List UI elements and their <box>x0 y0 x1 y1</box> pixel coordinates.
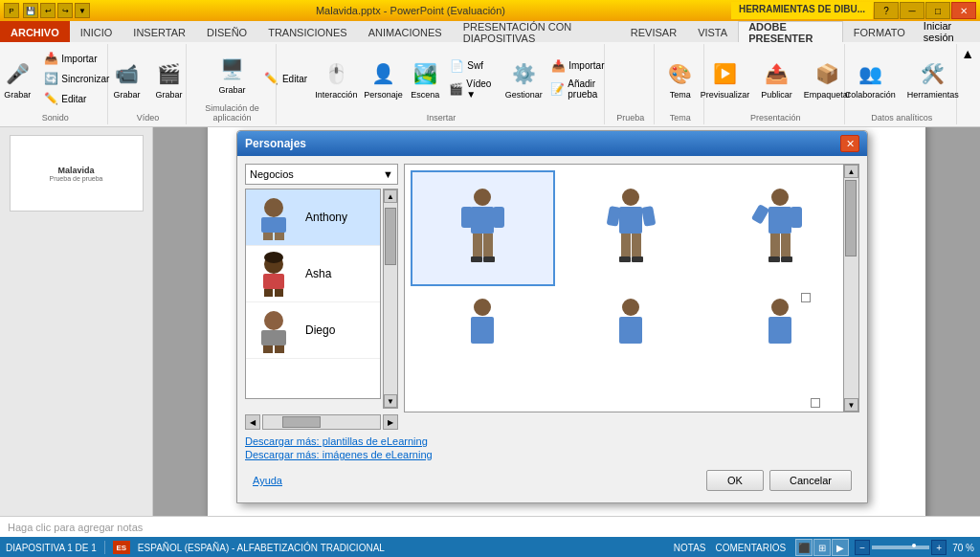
tab-presentacion[interactable]: PRESENTACIÓN CON DIAPOSITIVAS <box>453 21 620 42</box>
btn-interaccion[interactable]: 🖱️ Interacción <box>313 56 360 102</box>
view-grid-btn[interactable]: ⊞ <box>813 539 831 556</box>
slide-thumbnail[interactable]: Malavida Prueba de prueba <box>10 135 144 212</box>
scroll-up-btn[interactable]: ▲ <box>384 189 397 203</box>
zoom-slider[interactable] <box>872 546 929 549</box>
tab-formato[interactable]: FORMATO <box>843 21 916 42</box>
images-scroll-thumb[interactable] <box>845 180 857 256</box>
pose-item-6[interactable] <box>708 290 853 406</box>
tab-inicio[interactable]: INICIO <box>70 21 123 42</box>
category-dropdown[interactable]: Negocios ▼ <box>245 164 398 185</box>
images-scroll-up-btn[interactable]: ▲ <box>844 165 858 178</box>
btn-herramientas[interactable]: 🛠️ Herramientas <box>902 56 964 102</box>
tab-revisar[interactable]: REVISAR <box>620 21 687 42</box>
manage-icon: ⚙️ <box>508 58 539 89</box>
help-link[interactable]: Ayuda <box>253 475 282 486</box>
btn-sincronizar[interactable]: 🔄 Sincronizar <box>39 69 113 88</box>
group-insertar-label: Insertar <box>427 113 457 123</box>
group-sonido: 🎤 Grabar 📥 Importar 🔄 Sincronizar ✏️ Edi… <box>4 44 108 124</box>
group-prueba-label: Prueba <box>616 113 644 123</box>
zoom-in-btn[interactable]: + <box>931 540 947 555</box>
slide-panel: 1 Malavida Prueba de prueba <box>0 127 153 516</box>
tab-archivo[interactable]: ARCHIVO <box>0 21 70 42</box>
tab-transiciones[interactable]: TRANSICIONES <box>257 21 358 42</box>
btn-grabar-sim[interactable]: 🖥️ Grabar <box>212 51 253 98</box>
restore-btn[interactable]: □ <box>925 2 950 19</box>
ok-btn[interactable]: OK <box>706 470 764 491</box>
btn-swf-label: Swf <box>467 60 483 71</box>
btn-gestionar[interactable]: ⚙️ Gestionar <box>502 56 545 102</box>
redo-icon[interactable]: ↪ <box>57 3 73 18</box>
btn-tema[interactable]: 🎨 Tema <box>660 56 701 102</box>
quiz-icon: 📝 <box>550 81 565 97</box>
pose-item-2[interactable] <box>559 170 703 286</box>
undo-icon[interactable]: ↩ <box>40 3 56 18</box>
pose-item-5[interactable] <box>559 290 703 406</box>
customize-icon[interactable]: ▼ <box>75 3 90 18</box>
svg-rect-26 <box>632 234 641 256</box>
btn-importar-sonido[interactable]: 📥 Importar <box>39 49 113 68</box>
scrollbar-thumb[interactable] <box>385 208 396 265</box>
dialog-close-btn[interactable]: ✕ <box>840 135 859 152</box>
dialog-title: Personajes <box>245 137 306 150</box>
horiz-scrollbar-thumb[interactable] <box>282 416 321 428</box>
btn-grabar2[interactable]: 🎬 Grabar <box>149 56 189 102</box>
tab-insertar[interactable]: INSERTAR <box>122 21 196 42</box>
btn-editar-sonido[interactable]: ✏️ Editar <box>39 89 113 108</box>
sync-icon: 🔄 <box>43 71 58 86</box>
help-btn[interactable]: ? <box>874 2 899 19</box>
publish-icon: 📤 <box>762 58 792 89</box>
svg-rect-17 <box>473 234 482 256</box>
cancel-btn[interactable]: Cancelar <box>769 470 852 491</box>
pose-item-4[interactable] <box>411 290 555 406</box>
title-bar-left: P 💾 ↩ ↪ ▼ <box>4 3 90 18</box>
scroll-right-btn[interactable]: ▶ <box>383 414 398 430</box>
btn-gestionar-label: Gestionar <box>505 90 543 100</box>
app-icon: P <box>4 3 19 18</box>
pose-item-3[interactable] <box>708 170 853 286</box>
signin-btn[interactable]: Iniciar sesión <box>916 21 980 42</box>
zoom-out-btn[interactable]: − <box>855 540 870 555</box>
character-item-anthony[interactable]: Anthony <box>246 189 380 246</box>
group-video: 📹 Grabar 🎬 Grabar Vídeo <box>110 44 188 124</box>
ribbon-collapse-btn[interactable]: ▲ <box>959 44 976 124</box>
minimize-btn[interactable]: ─ <box>900 2 924 19</box>
btn-escena[interactable]: 🏞️ Escena <box>407 56 443 102</box>
btn-personaje[interactable]: 👤 Personaje <box>362 56 406 102</box>
view-present-btn[interactable]: ▶ <box>832 539 849 556</box>
btn-editar-insertar[interactable]: ✏️ Editar <box>260 69 311 88</box>
resize-handle-se[interactable] <box>811 398 820 408</box>
btn-grabar-video[interactable]: 📹 Grabar <box>107 56 147 102</box>
btn-swf[interactable]: 📄 Swf <box>445 56 501 76</box>
collapse-icon[interactable]: ▲ <box>961 46 974 61</box>
character-item-diego[interactable]: Diego <box>246 302 380 359</box>
btn-colaboracion[interactable]: 👥 Colaboración <box>840 56 901 102</box>
svg-rect-7 <box>264 289 273 297</box>
view-normal-btn[interactable]: ⬛ <box>795 539 813 556</box>
tab-diseno[interactable]: DISEÑO <box>196 21 257 42</box>
notes-bar[interactable]: Haga clic para agregar notas <box>0 516 980 537</box>
link-plantillas[interactable]: Descargar más: plantillas de eLearning <box>245 435 859 447</box>
resize-handle-right[interactable] <box>801 293 811 302</box>
btn-video[interactable]: 🎬 Vídeo ▼ <box>445 77 501 101</box>
tab-vista[interactable]: VISTA <box>687 21 738 42</box>
save-icon[interactable]: 💾 <box>23 3 38 18</box>
zoom-indicator <box>912 544 916 547</box>
svg-rect-14 <box>471 207 494 234</box>
images-scroll-down-btn[interactable]: ▼ <box>844 398 858 412</box>
tab-animaciones[interactable]: ANIMACIONES <box>358 21 453 42</box>
btn-publicar[interactable]: 📤 Publicar <box>756 56 797 102</box>
btn-previsualizar[interactable]: ▶️ Previsualizar <box>696 56 755 102</box>
scroll-down-btn[interactable]: ▼ <box>384 394 397 408</box>
close-btn[interactable]: ✕ <box>951 2 976 19</box>
tab-adobe[interactable]: ADOBE PRESENTER <box>738 21 843 42</box>
character-item-asha[interactable]: Asha <box>246 246 380 302</box>
svg-rect-25 <box>621 234 631 256</box>
scroll-left-btn[interactable]: ◀ <box>245 414 260 430</box>
svg-rect-23 <box>607 205 621 226</box>
svg-rect-30 <box>768 207 791 234</box>
notes-btn[interactable]: NOTAS <box>674 543 706 553</box>
link-imagenes[interactable]: Descargar más: imágenes de eLearning <box>245 449 859 460</box>
btn-grabar-sonido[interactable]: 🎤 Grabar <box>0 56 37 102</box>
comments-btn[interactable]: COMENTARIOS <box>715 543 786 553</box>
pose-item-1[interactable] <box>411 170 555 286</box>
